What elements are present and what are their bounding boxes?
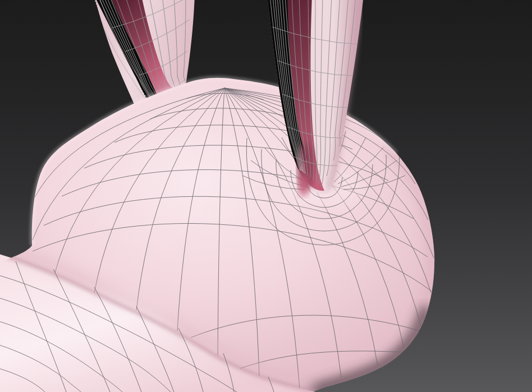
inner-ear-tip-glow [298,174,309,196]
viewport-canvas[interactable] [0,0,532,392]
3d-viewport[interactable] [0,0,532,392]
